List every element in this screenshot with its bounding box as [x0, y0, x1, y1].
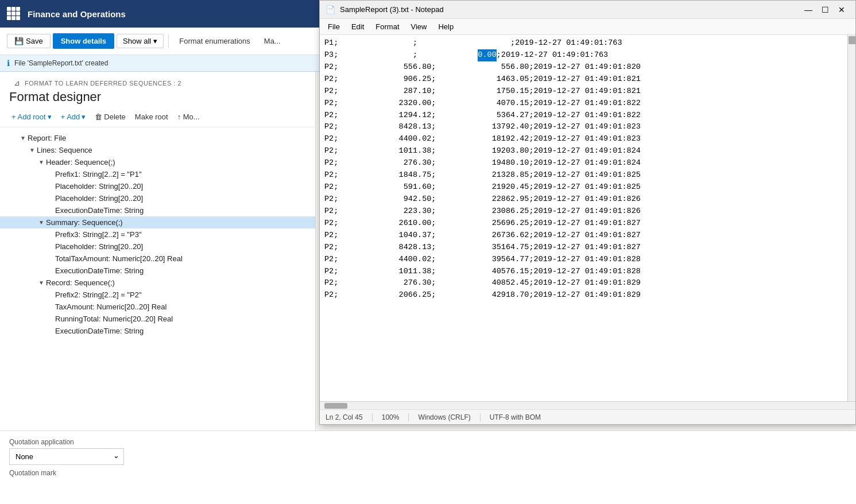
trash-icon: 🗑: [95, 113, 102, 121]
tree-row[interactable]: Report: File: [0, 132, 315, 144]
more-button[interactable]: Ma...: [258, 34, 286, 48]
move-button[interactable]: ↑ Mo...: [175, 111, 202, 122]
quotation-app-select[interactable]: None Single quotes Double quotes: [9, 448, 124, 465]
tree-row[interactable]: Record: Sequence(;): [0, 277, 315, 289]
make-root-button[interactable]: Make root: [133, 111, 171, 122]
menu-edit[interactable]: Edit: [346, 20, 370, 33]
encoding: UTF-8 with BOM: [481, 413, 550, 421]
notepad-line: P2; 8428.13; 13792.40;2019-12-27 01:49:0…: [324, 121, 843, 133]
notepad-line: P1; ; ;2019-12-27 01:49:01:763: [324, 37, 843, 49]
tree-row[interactable]: ExecutionDateTime: String: [0, 325, 315, 337]
notepad-line: P2; 276.30; 40852.45;2019-12-27 01:49:01…: [324, 277, 843, 289]
notepad-line: P2; 591.60; 21920.45;2019-12-27 01:49:01…: [324, 181, 843, 193]
menu-format[interactable]: Format: [370, 20, 405, 33]
cursor-position: Ln 2, Col 45: [326, 413, 373, 421]
tree-row[interactable]: TaxAmount: Numeric[20..20] Real: [0, 301, 315, 313]
notepad-icon: 📄: [326, 5, 335, 14]
tree-expand-icon: [37, 280, 46, 286]
add-root-button[interactable]: + Add root ▾: [9, 111, 54, 122]
notepad-line: P2; 1040.37; 26736.62;2019-12-27 01:49:0…: [324, 230, 843, 242]
tree-expand-icon: [28, 147, 37, 153]
chevron-down-icon: ▾: [82, 113, 86, 121]
show-all-button[interactable]: Show all ▾: [117, 34, 164, 48]
tree-row[interactable]: Prefix1: String[2..2] = "P1": [0, 168, 315, 180]
tree-row[interactable]: Lines: Sequence: [0, 144, 315, 156]
tree-row[interactable]: ExecutionDateTime: String: [0, 265, 315, 277]
tree-row[interactable]: RunningTotal: Numeric[20..20] Real: [0, 313, 315, 325]
notepad-line: P2; 556.80; 556.80;2019-12-27 01:49:01:8…: [324, 61, 843, 73]
toolbar-separator: [168, 34, 169, 48]
notepad-line: P2; 1848.75; 21328.85;2019-12-27 01:49:0…: [324, 169, 843, 181]
apps-icon[interactable]: [7, 7, 21, 21]
info-message: File 'SampleReport.txt' created: [14, 59, 108, 67]
notepad-title: SampleReport (3).txt - Notepad: [340, 5, 800, 14]
zoom-level: 100%: [373, 413, 409, 421]
chevron-down-icon: ▾: [153, 37, 157, 45]
close-button[interactable]: ✕: [834, 1, 850, 18]
quotation-mark-label: Quotation mark: [9, 469, 56, 477]
notepad-scroll-area: P1; ; ;2019-12-27 01:49:01:763 P3; ; 0.0…: [320, 35, 855, 401]
notepad-line: P2; 1011.38; 19203.80;2019-12-27 01:49:0…: [324, 145, 843, 157]
notepad-text-area[interactable]: P1; ; ;2019-12-27 01:49:01:763 P3; ; 0.0…: [320, 35, 847, 401]
tree: Report: File Lines: Sequence Header: Seq…: [0, 127, 315, 342]
tree-row[interactable]: ExecutionDateTime: String: [0, 204, 315, 216]
format-designer-header: ⊿ FORMAT TO LEARN DEFERRED SEQUENCES : 2…: [0, 72, 315, 107]
notepad-line: P2; 2066.25; 42918.70;2019-12-27 01:49:0…: [324, 289, 843, 301]
notepad-line: P2; 287.10; 1750.15;2019-12-27 01:49:01:…: [324, 86, 843, 98]
notepad-line: P2; 276.30; 19480.10;2019-12-27 01:49:01…: [324, 157, 843, 169]
notepad-line: P2; 1294.12; 5364.27;2019-12-27 01:49:01…: [324, 110, 843, 122]
notepad-title-bar: 📄 SampleReport (3).txt - Notepad — ☐ ✕: [320, 1, 855, 19]
notepad-line: P2; 8428.13; 35164.75;2019-12-27 01:49:0…: [324, 242, 843, 254]
notepad-line: P2; 906.25; 1463.05;2019-12-27 01:49:01:…: [324, 73, 843, 86]
notepad-line: P2; 1011.38; 40576.15;2019-12-27 01:49:0…: [324, 266, 843, 278]
notepad-line: P2; 4400.02; 39564.77;2019-12-27 01:49:0…: [324, 254, 843, 266]
format-breadcrumb: FORMAT TO LEARN DEFERRED SEQUENCES : 2: [25, 80, 181, 87]
tree-row-selected[interactable]: Summary: Sequence(;): [0, 216, 315, 228]
tree-row[interactable]: TotalTaxAmount: Numeric[20..20] Real: [0, 253, 315, 265]
tree-expand-icon: [18, 135, 28, 141]
page-title: Format designer: [9, 90, 306, 104]
maximize-button[interactable]: ☐: [817, 1, 834, 18]
menu-view[interactable]: View: [405, 20, 433, 33]
notepad-menu: File Edit Format View Help: [320, 19, 855, 35]
notepad-line: P2; 942.50; 22862.95;2019-12-27 01:49:01…: [324, 193, 843, 206]
tree-expand-icon: [37, 219, 46, 226]
tree-row[interactable]: Header: Sequence(;): [0, 156, 315, 168]
notepad-line: P2; 2610.00; 25696.25;2019-12-27 01:49:0…: [324, 218, 843, 230]
notepad-window: 📄 SampleReport (3).txt - Notepad — ☐ ✕ F…: [319, 0, 856, 425]
bottom-panel: Quotation application None Single quotes…: [0, 431, 856, 504]
format-enumerations-button[interactable]: Format enumerations: [173, 34, 256, 48]
add-button[interactable]: + Add ▾: [59, 111, 88, 122]
notepad-line: P2; 2320.00; 4070.15;2019-12-27 01:49:01…: [324, 98, 843, 110]
tree-expand-icon: [37, 159, 46, 165]
tree-toolbar: + Add root ▾ + Add ▾ 🗑 Delete Make root …: [0, 107, 315, 127]
quotation-app-label: Quotation application: [9, 438, 328, 446]
tree-row[interactable]: Placeholder: String[20..20]: [0, 180, 315, 192]
save-icon: 💾: [14, 37, 24, 45]
tree-row[interactable]: Placeholder: String[20..20]: [0, 241, 315, 253]
quotation-app-select-wrap: None Single quotes Double quotes: [9, 448, 124, 465]
tree-row[interactable]: Prefix3: String[2..2] = "P3": [0, 228, 315, 241]
horizontal-scrollbar[interactable]: [320, 401, 855, 409]
show-details-button[interactable]: Show details: [53, 33, 114, 49]
tree-row[interactable]: Placeholder: String[20..20]: [0, 192, 315, 204]
up-icon: ↑: [177, 113, 181, 121]
highlighted-value: 0.00: [478, 49, 496, 61]
menu-file[interactable]: File: [322, 20, 346, 33]
notepad-line: P3; ; 0.00;2019-12-27 01:49:01:763: [324, 49, 843, 61]
tree-row[interactable]: Prefix2: String[2..2] = "P2": [0, 289, 315, 301]
menu-help[interactable]: Help: [432, 20, 459, 33]
line-ending: Windows (CRLF): [409, 413, 480, 421]
chevron-down-icon: ▾: [48, 113, 52, 121]
notepad-status-bar: Ln 2, Col 45 100% Windows (CRLF) UTF-8 w…: [320, 409, 855, 424]
info-icon: ℹ: [7, 59, 10, 68]
notepad-line: P2; 4400.02; 18192.42;2019-12-27 01:49:0…: [324, 133, 843, 145]
app-title: Finance and Operations: [28, 9, 126, 19]
delete-button[interactable]: 🗑 Delete: [92, 111, 128, 122]
filter-icon[interactable]: ⊿: [14, 79, 20, 87]
minimize-button[interactable]: —: [800, 1, 817, 18]
save-button[interactable]: 💾 Save: [7, 34, 51, 48]
vertical-scrollbar[interactable]: [847, 35, 855, 401]
notepad-line: P2; 223.30; 23086.25;2019-12-27 01:49:01…: [324, 206, 843, 218]
